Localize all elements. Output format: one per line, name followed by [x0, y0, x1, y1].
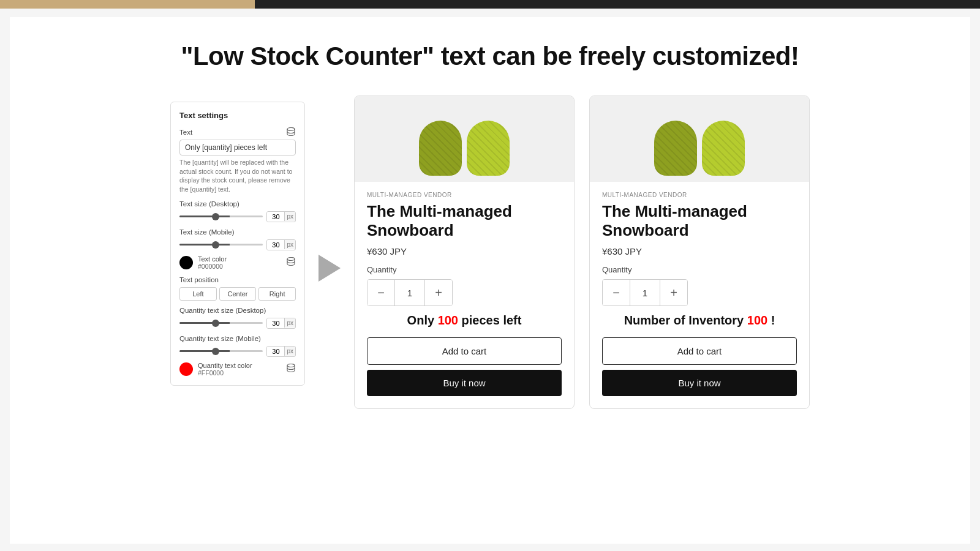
card2-stock-suffix: ! [767, 313, 775, 327]
card1-stock-message: Only 100 pieces left [367, 313, 562, 328]
text-field-label: Text [179, 127, 296, 137]
text-color-hex: #000000 [198, 263, 227, 270]
card2-qty-increase[interactable]: + [660, 279, 687, 306]
card2-price: ¥630 JPY [602, 246, 797, 257]
card2-shoe-group [654, 121, 745, 182]
card2-qty-control: − 1 + [602, 279, 688, 306]
svg-point-1 [287, 258, 295, 261]
card2-buy-now-button[interactable]: Buy it now [602, 370, 797, 396]
text-size-mobile-box: px [266, 239, 296, 250]
top-bar [0, 0, 980, 9]
card1-vendor: MULTI-MANAGED VENDOR [367, 192, 562, 198]
qty-text-size-mobile-input[interactable] [267, 347, 284, 356]
settings-panel: Text settings Text The [quantity] will b… [170, 102, 305, 386]
text-value-input[interactable] [179, 140, 296, 156]
card1-product-name: The Multi-managed Snowboard [367, 202, 562, 240]
card2-stock-prefix: Number of Inventory [624, 313, 747, 327]
text-size-desktop-label: Text size (Desktop) [179, 200, 296, 208]
text-size-desktop-unit: px [284, 212, 295, 221]
qty-text-size-desktop-input[interactable] [267, 318, 284, 328]
svg-point-0 [287, 128, 295, 131]
card1-stock-qty: 100 [438, 313, 458, 327]
qty-text-size-desktop-box: px [266, 318, 296, 329]
qty-color-info: Quantity text color #FF0000 [198, 362, 252, 377]
card1-shoe-2 [467, 121, 510, 176]
text-position-label: Text position [179, 276, 296, 283]
card1-qty-decrease[interactable]: − [368, 279, 394, 306]
card1-qty-label: Quantity [367, 265, 562, 274]
card1-stock-suffix: pieces left [458, 313, 521, 327]
card1-add-to-cart-button[interactable]: Add to cart [367, 337, 562, 365]
card1-price: ¥630 JPY [367, 246, 562, 257]
svg-point-2 [287, 364, 295, 367]
card2-product-name: The Multi-managed Snowboard [602, 202, 797, 240]
card1-qty-control: − 1 + [367, 279, 453, 306]
position-left-button[interactable]: Left [179, 287, 217, 301]
card2-shoe-1 [654, 121, 697, 176]
card1-qty-increase[interactable]: + [425, 279, 452, 306]
qty-color-row: Quantity text color #FF0000 [179, 362, 296, 377]
card2-shoe-body-2 [702, 121, 745, 176]
card2-body: MULTI-MANAGED VENDOR The Multi-managed S… [590, 182, 809, 408]
position-center-button[interactable]: Center [219, 287, 257, 301]
qty-color-label: Quantity text color [198, 362, 252, 369]
qty-text-size-desktop-slider[interactable] [179, 322, 263, 324]
cards-container: MULTI-MANAGED VENDOR The Multi-managed S… [354, 96, 810, 409]
product-card-2: MULTI-MANAGED VENDOR The Multi-managed S… [589, 96, 810, 409]
card1-stock-prefix: Only [407, 313, 438, 327]
card2-qty-value: 1 [630, 280, 660, 305]
card1-body: MULTI-MANAGED VENDOR The Multi-managed S… [355, 182, 574, 408]
qty-color-hex: #FF0000 [198, 369, 252, 377]
text-size-mobile-row: px [179, 239, 296, 250]
card1-shoe-body-1 [419, 121, 462, 176]
qty-text-size-desktop-label: Quantity text size (Desktop) [179, 307, 296, 314]
card1-shoe-1 [419, 121, 462, 176]
qty-color-swatch[interactable] [179, 362, 193, 376]
card1-qty-value: 1 [394, 280, 425, 305]
card2-stock-qty: 100 [747, 313, 767, 327]
qty-text-size-desktop-row: px [179, 318, 296, 329]
card1-buy-now-button[interactable]: Buy it now [367, 370, 562, 396]
text-size-mobile-input[interactable] [267, 240, 284, 250]
text-color-row: Text color #000000 [179, 255, 296, 270]
text-color-label: Text color [198, 255, 227, 263]
db-icon-text [286, 127, 296, 137]
qty-text-size-mobile-slider[interactable] [179, 350, 263, 352]
db-icon-qty-color [286, 364, 296, 374]
card2-image-area [590, 96, 809, 182]
card1-image-area [355, 96, 574, 182]
card2-qty-label: Quantity [602, 265, 797, 274]
arrow-container [305, 96, 354, 282]
text-color-info: Text color #000000 [198, 255, 227, 270]
content-row: Text settings Text The [quantity] will b… [47, 96, 933, 409]
position-right-button[interactable]: Right [258, 287, 296, 301]
db-icon-text-color [286, 257, 296, 268]
position-buttons: Left Center Right [179, 287, 296, 301]
card2-shoe-body-1 [654, 121, 697, 176]
card2-shoe-2 [702, 121, 745, 176]
qty-text-size-mobile-unit: px [284, 347, 295, 356]
text-size-desktop-input[interactable] [267, 212, 284, 222]
qty-text-size-mobile-label: Quantity text size (Mobile) [179, 335, 296, 342]
card2-stock-message: Number of Inventory 100 ! [602, 313, 797, 328]
card1-shoe-group [419, 121, 510, 182]
card1-shoe-body-2 [467, 121, 510, 176]
text-size-mobile-label: Text size (Mobile) [179, 228, 296, 236]
settings-panel-title: Text settings [179, 111, 296, 120]
card2-qty-decrease[interactable]: − [603, 279, 630, 306]
qty-text-size-mobile-row: px [179, 346, 296, 357]
qty-text-size-mobile-box: px [266, 346, 296, 357]
text-size-desktop-row: px [179, 211, 296, 222]
text-size-mobile-unit: px [284, 240, 295, 249]
arrow-right-icon [318, 255, 341, 282]
card2-add-to-cart-button[interactable]: Add to cart [602, 337, 797, 365]
main-container: "Low Stock Counter" text can be freely c… [10, 17, 970, 544]
text-hint: The [quantity] will be replaced with the… [179, 158, 296, 194]
product-card-1: MULTI-MANAGED VENDOR The Multi-managed S… [354, 96, 575, 409]
text-color-swatch[interactable] [179, 256, 193, 269]
page-title: "Low Stock Counter" text can be freely c… [47, 42, 933, 71]
card2-vendor: MULTI-MANAGED VENDOR [602, 192, 797, 198]
qty-text-size-desktop-unit: px [284, 318, 295, 328]
text-size-desktop-slider[interactable] [179, 216, 263, 217]
text-size-mobile-slider[interactable] [179, 244, 263, 246]
